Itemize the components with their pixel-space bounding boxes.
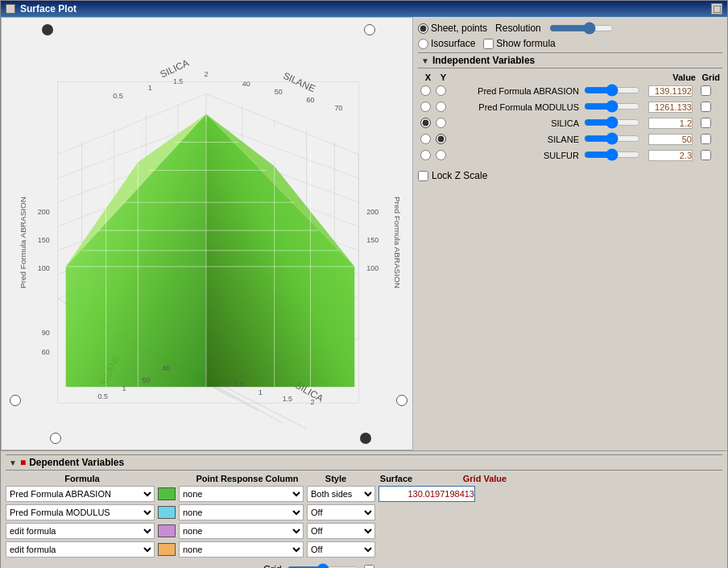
- x-radio-0[interactable]: [420, 85, 431, 96]
- dep-row-1: Pred Formula ABRASIONPred Formula MODULU…: [6, 504, 722, 520]
- y-radio-2[interactable]: [436, 118, 446, 128]
- var-value-1[interactable]: [648, 102, 693, 113]
- sheet-points-radio[interactable]: [418, 23, 428, 34]
- resolution-label: Resolution: [495, 23, 541, 34]
- display-options: Sheet, points Resolution: [418, 22, 722, 35]
- var-grid-4[interactable]: [701, 150, 711, 160]
- svg-text:100: 100: [38, 264, 50, 272]
- y-radio-0[interactable]: [436, 85, 446, 96]
- dep-rows-container: Pred Formula ABRASIONPred Formula MODULU…: [6, 486, 722, 558]
- dep-gridval-input-0[interactable]: [378, 486, 475, 502]
- svg-text:150: 150: [38, 236, 50, 244]
- maximize-button[interactable]: [711, 3, 722, 15]
- x-radio-4[interactable]: [420, 150, 431, 160]
- dep-section-header: ▼ ■ Dependent Variables: [6, 454, 722, 471]
- dep-surface-select-2[interactable]: Both sidesOffFront sideBack side: [307, 523, 375, 539]
- y-col-header: Y: [433, 72, 449, 83]
- dep-formula-select-0[interactable]: Pred Formula ABRASIONPred Formula MODULU…: [6, 486, 155, 502]
- x-radio-3[interactable]: [420, 134, 431, 144]
- var-value-4[interactable]: [648, 150, 693, 161]
- var-slider-0[interactable]: [584, 84, 640, 97]
- dep-point-select-1[interactable]: none: [179, 504, 304, 520]
- handle-mr[interactable]: [396, 395, 407, 406]
- handle-br[interactable]: [360, 433, 371, 444]
- svg-text:Pred Formula ABRASION: Pred Formula ABRASION: [393, 197, 402, 288]
- dep-collapse-icon[interactable]: ▼: [9, 458, 17, 467]
- svg-text:1.5: 1.5: [283, 395, 292, 403]
- isosurface-row: Isosurface Show formula: [418, 38, 722, 49]
- handle-ml[interactable]: [10, 395, 21, 406]
- var-slider-2[interactable]: [584, 116, 640, 129]
- svg-text:40: 40: [242, 80, 250, 88]
- dep-point-select-0[interactable]: none: [179, 486, 304, 502]
- dep-point-select-3[interactable]: none: [179, 541, 304, 558]
- dep-point-select-2[interactable]: none: [179, 523, 304, 539]
- surface-col-header: Surface: [360, 474, 432, 483]
- var-grid-1[interactable]: [701, 102, 711, 112]
- isosurface-option[interactable]: Isosurface: [418, 38, 475, 49]
- var-label-0: Pred Formula ABRASION: [449, 83, 581, 99]
- surface-plot-svg: Pred Formula ABRASION Pred Formula ABRAS…: [2, 18, 412, 450]
- window-icon: [6, 4, 15, 14]
- dep-row-3: Pred Formula ABRASIONPred Formula MODULU…: [6, 541, 722, 558]
- var-label-4: SULFUR: [449, 147, 581, 164]
- x-radio-2[interactable]: [420, 118, 431, 128]
- var-value-3[interactable]: [648, 134, 693, 145]
- formula-col-header: Formula: [6, 474, 159, 483]
- dep-color-box-0: [158, 487, 176, 500]
- dep-formula-select-2[interactable]: Pred Formula ABRASIONPred Formula MODULU…: [6, 523, 155, 539]
- x-radio-1[interactable]: [420, 102, 431, 112]
- y-radio-3[interactable]: [436, 134, 446, 144]
- isosurface-radio[interactable]: [418, 39, 428, 49]
- svg-text:70: 70: [334, 104, 342, 112]
- var-value-0[interactable]: [648, 85, 693, 97]
- dep-variables-panel: ▼ ■ Dependent Variables Formula Point Re…: [1, 450, 727, 568]
- show-formula-checkbox[interactable]: [483, 39, 494, 49]
- sheet-points-option[interactable]: Sheet, points: [418, 23, 487, 34]
- var-slider-1[interactable]: [584, 100, 640, 113]
- svg-text:60: 60: [42, 348, 50, 356]
- main-window: Surface Plot Pred Formula ABRASION P: [0, 0, 728, 568]
- svg-text:0.5: 0.5: [234, 380, 244, 388]
- slider-header: [581, 72, 646, 83]
- y-radio-1[interactable]: [436, 102, 446, 112]
- var-value-2[interactable]: [648, 118, 693, 129]
- handle-tr[interactable]: [364, 24, 375, 35]
- lock-z-row: Lock Z Scale: [418, 167, 722, 184]
- grid-checkbox[interactable]: [364, 565, 374, 569]
- svg-text:2: 2: [205, 70, 209, 78]
- collapse-icon[interactable]: ▼: [421, 56, 429, 65]
- dep-surface-select-3[interactable]: Both sidesOffFront sideBack side: [307, 541, 375, 558]
- handle-tl[interactable]: [42, 24, 53, 35]
- var-slider-3[interactable]: [584, 132, 640, 145]
- dep-color-box-3: [158, 543, 176, 556]
- lock-z-checkbox[interactable]: [418, 171, 428, 181]
- dep-formula-select-3[interactable]: Pred Formula ABRASIONPred Formula MODULU…: [6, 541, 155, 558]
- var-grid-0[interactable]: [701, 85, 711, 96]
- svg-text:1: 1: [122, 384, 126, 392]
- grid-slider[interactable]: [287, 563, 359, 568]
- dep-color-box-1: [158, 506, 176, 519]
- dep-formula-select-1[interactable]: Pred Formula ABRASIONPred Formula MODULU…: [6, 504, 155, 520]
- svg-text:100: 100: [366, 264, 378, 272]
- dep-column-headers: Formula Point Response Column Style Surf…: [6, 474, 722, 483]
- point-col-header: Point Response Column: [183, 474, 312, 483]
- dep-surface-select-0[interactable]: Both sidesOffFront sideBack side: [307, 486, 375, 502]
- svg-text:90: 90: [42, 329, 50, 337]
- var-grid-2[interactable]: [701, 118, 711, 128]
- handle-bl[interactable]: [50, 433, 61, 444]
- dep-row-2: Pred Formula ABRASIONPred Formula MODULU…: [6, 523, 722, 539]
- svg-text:2: 2: [310, 398, 314, 406]
- right-panel: Sheet, points Resolution Isosurface Show…: [413, 17, 727, 450]
- y-radio-4[interactable]: [436, 150, 446, 160]
- svg-text:0.5: 0.5: [113, 92, 122, 100]
- grid-col-header: Grid: [698, 72, 722, 83]
- show-formula-option[interactable]: Show formula: [483, 38, 555, 49]
- var-slider-4[interactable]: [584, 148, 640, 161]
- svg-text:1.5: 1.5: [173, 77, 183, 85]
- svg-text:200: 200: [38, 208, 50, 216]
- svg-text:150: 150: [366, 236, 378, 244]
- resolution-slider[interactable]: [549, 22, 614, 35]
- dep-surface-select-1[interactable]: Both sidesOffFront sideBack side: [307, 504, 375, 520]
- var-grid-3[interactable]: [701, 134, 711, 144]
